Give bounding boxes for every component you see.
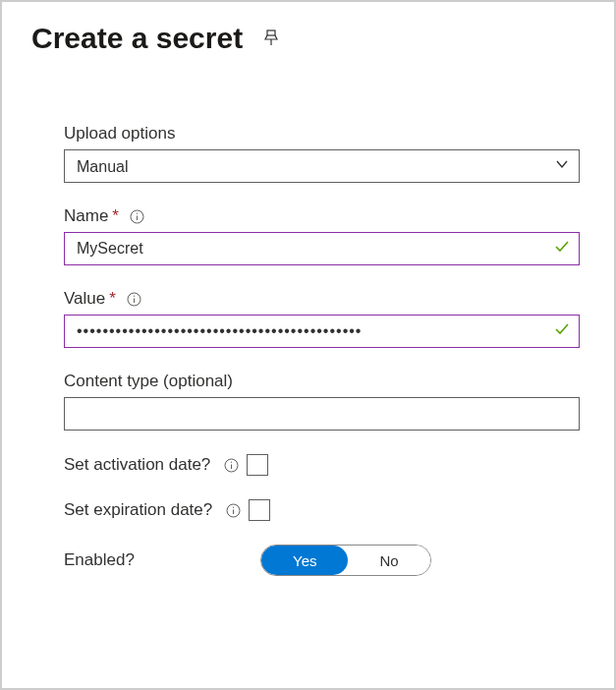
value-input[interactable] bbox=[64, 315, 580, 348]
enabled-toggle[interactable]: Yes No bbox=[260, 545, 431, 576]
enabled-label: Enabled? bbox=[64, 550, 260, 570]
activation-date-label: Set activation date? bbox=[64, 455, 210, 475]
enabled-yes-button[interactable]: Yes bbox=[261, 546, 348, 575]
enabled-no-button[interactable]: No bbox=[348, 546, 429, 575]
check-icon bbox=[554, 239, 570, 259]
content-type-label: Content type (optional) bbox=[64, 372, 580, 391]
expiration-date-checkbox[interactable] bbox=[249, 499, 270, 521]
svg-point-7 bbox=[133, 296, 134, 297]
info-icon[interactable] bbox=[224, 458, 239, 473]
svg-point-10 bbox=[231, 461, 232, 462]
name-input[interactable] bbox=[64, 232, 580, 265]
content-type-input[interactable] bbox=[64, 397, 580, 431]
info-icon[interactable] bbox=[130, 209, 144, 224]
svg-point-13 bbox=[233, 506, 234, 507]
name-label: Name* bbox=[64, 206, 580, 226]
upload-options-select[interactable]: Manual bbox=[64, 149, 580, 183]
svg-point-4 bbox=[137, 213, 138, 214]
check-icon bbox=[554, 321, 570, 341]
page-title: Create a secret bbox=[31, 22, 243, 55]
value-label: Value* bbox=[64, 289, 580, 309]
info-icon[interactable] bbox=[127, 292, 141, 307]
activation-date-checkbox[interactable] bbox=[247, 454, 268, 476]
pin-icon[interactable] bbox=[262, 29, 280, 47]
expiration-date-label: Set expiration date? bbox=[64, 500, 212, 520]
info-icon[interactable] bbox=[226, 503, 241, 518]
upload-options-label: Upload options bbox=[64, 124, 580, 144]
svg-rect-0 bbox=[267, 30, 275, 35]
